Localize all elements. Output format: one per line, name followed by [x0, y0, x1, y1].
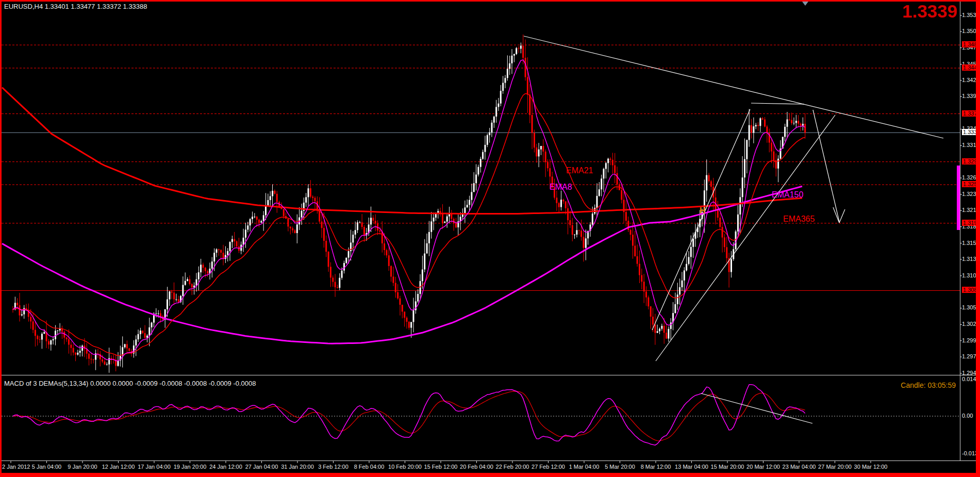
candle-body	[135, 339, 137, 346]
candle-body	[357, 222, 358, 230]
candle-body	[53, 339, 54, 340]
candle-body	[196, 279, 197, 286]
candle-body	[650, 306, 652, 317]
candle-body	[607, 159, 609, 163]
candle-body	[677, 294, 678, 304]
candle-body	[323, 228, 325, 241]
candle-body	[599, 189, 600, 196]
candle-body	[301, 211, 303, 218]
ema8-label: EMA8	[550, 183, 572, 192]
time-tick-label: 15 Feb 12:00	[424, 464, 458, 470]
candle-body	[220, 250, 222, 253]
candle-body	[19, 305, 21, 316]
chart-shift-marker-icon[interactable]	[802, 2, 808, 6]
candle-body	[254, 217, 255, 217]
candle-body	[567, 208, 569, 220]
candle-body	[160, 314, 161, 317]
candle-body	[657, 331, 658, 333]
candle-body	[118, 360, 119, 366]
candle-body	[784, 127, 786, 137]
candle-body	[800, 124, 802, 126]
candle-body	[739, 197, 741, 215]
chart-canvas[interactable]	[0, 0, 980, 477]
candle-body	[569, 220, 571, 225]
candle-body	[245, 229, 246, 237]
candle-body	[556, 198, 557, 203]
candle-body	[337, 287, 338, 288]
candle-body	[592, 213, 593, 224]
candle-body	[406, 318, 408, 322]
candle-body	[319, 211, 320, 222]
candle-body	[216, 250, 218, 253]
candle-body	[574, 235, 575, 235]
candle-body	[144, 333, 146, 338]
candle-body	[243, 238, 244, 245]
candle-body	[442, 214, 443, 223]
candle-body	[637, 256, 638, 264]
time-tick-label: 5 Mar 20:00	[605, 464, 635, 470]
candle-body	[572, 225, 573, 235]
resistance-horizontal-line[interactable]	[751, 103, 804, 104]
wedge-left-line[interactable]	[652, 109, 750, 330]
candle-body	[263, 215, 264, 221]
candle-body	[379, 231, 380, 232]
macd-axis-label: 0.014	[962, 376, 976, 382]
candle-body	[529, 95, 530, 116]
candle-body	[722, 227, 723, 238]
candle-body	[167, 300, 168, 309]
candle-body	[641, 275, 642, 282]
ema365-label: EMA365	[783, 215, 815, 224]
candle-body	[610, 159, 611, 160]
candle-body	[81, 346, 83, 351]
time-tick-label: 27 Mar 20:00	[818, 464, 852, 470]
candle-body	[410, 322, 412, 327]
ema21-label: EMA21	[566, 166, 593, 175]
candle-body	[545, 152, 546, 162]
candle-body	[386, 250, 387, 255]
time-tick-label: 8 Mar 12:00	[641, 464, 671, 470]
candle-body	[509, 63, 510, 69]
candle-body	[348, 251, 350, 258]
candle-body	[178, 299, 179, 302]
candle-body	[198, 272, 200, 279]
candle-body	[339, 278, 340, 288]
time-tick-label: 31 Jan 20:00	[281, 464, 314, 470]
candle-body	[287, 219, 289, 226]
candle-body	[558, 203, 560, 207]
descending-trendline[interactable]	[524, 36, 943, 138]
candle-body	[321, 222, 323, 228]
candle-body	[666, 333, 667, 339]
candle-body	[341, 271, 343, 278]
candle-body	[361, 222, 363, 227]
candle-body	[692, 239, 694, 247]
candle-body	[325, 241, 327, 252]
candle-body	[726, 247, 727, 258]
candle-body	[724, 238, 725, 248]
candle-body	[270, 196, 271, 201]
candle-body	[491, 123, 493, 133]
candle-body	[659, 329, 660, 332]
candle-body	[70, 345, 72, 348]
candle-body	[762, 118, 763, 119]
candle-body	[363, 227, 365, 236]
candle-body	[57, 331, 58, 331]
candle-body	[79, 351, 81, 353]
candle-body	[236, 241, 238, 246]
down-arrow-shaft[interactable]	[813, 110, 839, 222]
candle-body	[39, 339, 41, 340]
candle-body	[527, 77, 528, 95]
time-tick-label: 8 Feb 04:00	[354, 464, 385, 470]
wedge-support-line[interactable]	[656, 115, 835, 361]
candle-body	[43, 332, 45, 334]
candle-body	[138, 334, 139, 339]
candle-body	[791, 120, 792, 123]
candle-body	[505, 78, 506, 83]
candle-body	[773, 152, 774, 160]
candle-body	[265, 206, 267, 215]
chart-title-overlay: EURUSD,H4 1.33401 1.33477 1.33372 1.3338…	[4, 3, 147, 10]
candle-body	[408, 322, 410, 328]
candle-body	[621, 190, 622, 200]
candle-body	[182, 285, 184, 297]
candle-body	[787, 120, 788, 127]
window-border-right	[976, 0, 980, 477]
